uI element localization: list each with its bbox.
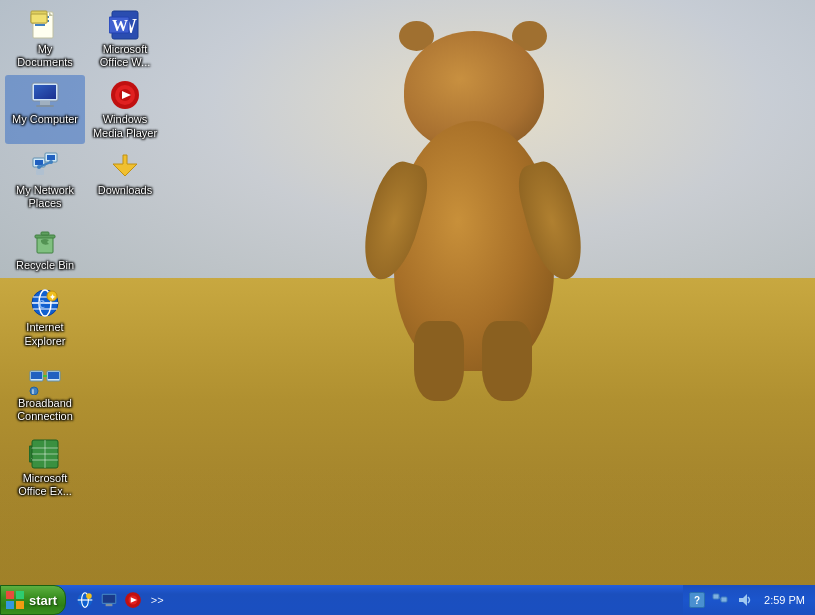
- icon-recycle-bin[interactable]: Recycle Bin: [5, 221, 85, 276]
- svg-rect-13: [40, 101, 50, 105]
- my-computer-icon: [29, 79, 61, 111]
- windows-logo: [5, 590, 25, 610]
- taskbar: start: [0, 585, 815, 615]
- help-icon[interactable]: ?: [689, 592, 705, 608]
- downloads-label: Downloads: [98, 184, 152, 197]
- start-button[interactable]: start: [0, 585, 66, 615]
- svg-rect-57: [16, 601, 24, 609]
- svg-rect-68: [713, 594, 719, 599]
- svg-point-25: [37, 165, 41, 169]
- icon-my-documents[interactable]: My Documents: [5, 5, 85, 73]
- downloads-icon: [109, 150, 141, 182]
- office-word-label: Microsoft Office W...: [89, 43, 161, 69]
- svg-text:e: e: [38, 294, 45, 311]
- office-word-icon: W W: [109, 9, 141, 41]
- bear-leg-right: [482, 321, 532, 401]
- svg-rect-6: [31, 14, 47, 23]
- my-network-places-label: My Network Places: [9, 184, 81, 210]
- taskbar-ie-icon[interactable]: [74, 589, 96, 611]
- svg-text:i: i: [32, 388, 34, 395]
- taskbar-more-icon[interactable]: >>: [146, 589, 168, 611]
- broadband-connection-label: Broadband Connection: [9, 397, 81, 423]
- svg-rect-15: [34, 85, 56, 99]
- internet-explorer-icon: e ✦: [29, 287, 61, 319]
- quick-launch: >>: [70, 589, 172, 611]
- svg-rect-56: [6, 601, 14, 609]
- icon-microsoft-office-word[interactable]: W W Microsoft Office W...: [85, 5, 165, 73]
- more-label: >>: [151, 594, 164, 606]
- tray-volume-icon[interactable]: [734, 589, 756, 611]
- icon-microsoft-office-excel[interactable]: X Microsoft Office Ex...: [5, 434, 85, 502]
- svg-marker-71: [739, 594, 747, 606]
- svg-point-61: [86, 593, 92, 599]
- icon-internet-explorer[interactable]: e ✦ Internet Explorer: [5, 283, 85, 351]
- svg-rect-21: [35, 160, 43, 165]
- broadband-connection-icon: i: [29, 363, 61, 395]
- bear-leg-left: [414, 321, 464, 401]
- taskbar-media-player-icon[interactable]: [122, 589, 144, 611]
- svg-text:✦: ✦: [49, 293, 56, 302]
- my-documents-label: My Documents: [9, 43, 81, 69]
- svg-rect-27: [36, 169, 44, 175]
- clock: 2:59 PM: [760, 594, 809, 606]
- my-documents-icon: [29, 9, 61, 41]
- svg-rect-43: [48, 372, 59, 379]
- icon-my-computer[interactable]: My Computer: [5, 75, 85, 143]
- svg-text:W: W: [112, 17, 128, 34]
- office-excel-label: Microsoft Office Ex...: [9, 472, 81, 498]
- svg-rect-23: [47, 155, 55, 160]
- office-excel-icon: X: [29, 438, 61, 470]
- svg-rect-14: [36, 105, 54, 107]
- windows-media-player-icon: [109, 79, 141, 111]
- tray-network-icon[interactable]: [709, 589, 731, 611]
- system-tray: ? 2:59 PM: [683, 585, 815, 615]
- my-computer-label: My Computer: [12, 113, 78, 126]
- svg-rect-3: [35, 24, 45, 26]
- tray-icons: [709, 589, 756, 611]
- svg-rect-64: [106, 604, 113, 606]
- icon-my-network-places[interactable]: My Network Places: [5, 146, 85, 214]
- desktop: My Documents W W Microsoft Office W...: [0, 0, 815, 615]
- svg-rect-69: [721, 597, 727, 602]
- icon-windows-media-player[interactable]: Windows Media Player: [85, 75, 165, 143]
- recycle-bin-icon: [29, 225, 61, 257]
- svg-rect-31: [41, 232, 49, 235]
- svg-rect-63: [103, 595, 115, 603]
- svg-rect-41: [31, 372, 42, 379]
- bear-illustration: [364, 31, 584, 451]
- windows-media-player-label: Windows Media Player: [89, 113, 161, 139]
- icon-broadband-connection[interactable]: i Broadband Connection: [5, 359, 85, 427]
- svg-marker-28: [113, 155, 137, 176]
- my-network-places-icon: [29, 150, 61, 182]
- svg-rect-55: [16, 591, 24, 599]
- recycle-bin-label: Recycle Bin: [16, 259, 74, 272]
- start-label: start: [29, 593, 57, 608]
- taskbar-show-desktop-icon[interactable]: [98, 589, 120, 611]
- svg-point-26: [49, 160, 53, 164]
- svg-rect-54: [6, 591, 14, 599]
- internet-explorer-label: Internet Explorer: [9, 321, 81, 347]
- icon-downloads[interactable]: Downloads: [85, 146, 165, 214]
